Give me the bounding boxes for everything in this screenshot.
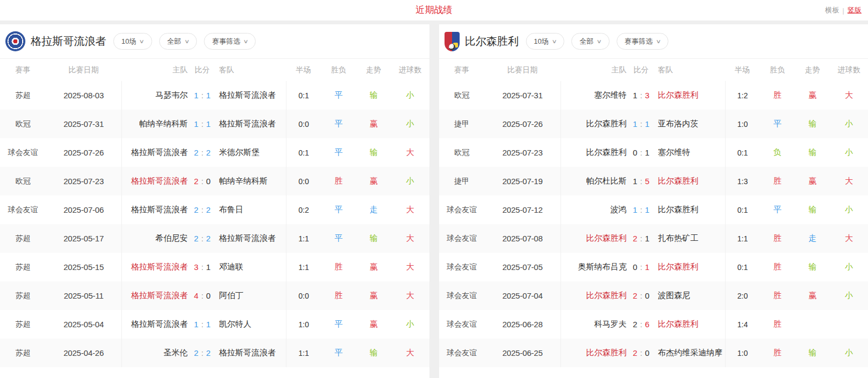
match-row[interactable]: 苏超2025-05-15格拉斯哥流浪者3:1邓迪联1:1胜赢大	[0, 253, 429, 281]
away-team-cell: 米德尔斯堡	[216, 147, 286, 158]
result-badge: 平	[334, 319, 343, 328]
col-score: 比分	[628, 59, 655, 81]
result-badge: 负	[774, 147, 782, 157]
goals-badge: 小	[845, 348, 853, 357]
match-row[interactable]: 捷甲2025-07-19帕尔杜比斯1:5比尔森胜利1:3胜赢大	[439, 167, 868, 195]
trend-badge: 赢	[370, 291, 378, 300]
home-team-name: 比尔森胜利	[586, 119, 627, 129]
home-score: 3	[194, 262, 199, 272]
competition-filter-label: 赛事筛选	[212, 37, 240, 46]
away-team-cell: 格拉斯哥流浪者	[216, 119, 286, 129]
venue-dropdown[interactable]: 全部 ∨	[159, 33, 197, 50]
away-team-cell: 阿伯丁	[216, 291, 286, 301]
date-cell: 2025-05-17	[46, 234, 121, 243]
result-badge: 胜	[334, 291, 343, 300]
away-team-cell: 波图森尼	[655, 291, 725, 301]
match-row[interactable]: 捷甲2025-07-26比尔森胜利1:1亚布洛内茨1:0平输小	[439, 110, 868, 138]
goals-cell: 大	[391, 348, 429, 358]
matches-count-label: 10场	[121, 37, 136, 46]
away-score: 2	[206, 148, 210, 157]
chevron-down-icon: ∨	[243, 38, 249, 44]
chevron-down-icon: ∨	[139, 38, 145, 44]
vertical-layout-link[interactable]: 竖版	[848, 5, 862, 15]
match-row[interactable]: 球会友谊2025-07-26格拉斯哥流浪者2:2米德尔斯堡0:1平输大	[0, 138, 429, 167]
home-team-cell: 比尔森胜利	[561, 138, 628, 167]
match-row[interactable]: 球会友谊2025-06-28科马罗夫2:6比尔森胜利1:4胜	[439, 310, 868, 339]
home-score: 2	[194, 234, 199, 243]
half-score-cell: 1:1	[725, 224, 760, 253]
home-team-name: 塞尔维特	[594, 90, 627, 100]
matches-count-dropdown[interactable]: 10场 ∨	[113, 33, 152, 50]
trend-badge: 赢	[809, 90, 817, 99]
trend-badge: 输	[809, 119, 817, 128]
result-badge: 胜	[774, 291, 782, 300]
score-colon: :	[637, 148, 645, 157]
home-team-name: 帕纳辛纳科斯	[139, 119, 188, 129]
date-cell: 2025-07-26	[46, 148, 121, 157]
match-row[interactable]: 球会友谊2025-07-04比尔森胜利2:0波图森尼2:0胜赢小	[439, 281, 868, 310]
home-team-cell: 格拉斯哥流浪者	[121, 138, 189, 167]
trend-badge: 输	[809, 205, 817, 214]
half-score-cell: 1:0	[725, 110, 760, 138]
goals-cell: 大	[391, 291, 429, 301]
away-score: 2	[206, 348, 210, 357]
match-row[interactable]: 球会友谊2025-07-12波鸿1:1比尔森胜利0:1平输小	[439, 195, 868, 224]
home-team-cell: 格拉斯哥流浪者	[121, 195, 189, 224]
date-cell: 2025-07-08	[485, 234, 561, 243]
matches-count-dropdown[interactable]: 10场 ∨	[526, 33, 565, 50]
match-row[interactable]: 球会友谊2025-07-06格拉斯哥流浪者2:2布鲁日0:2平走大	[0, 195, 429, 224]
league-cell: 球会友谊	[439, 291, 485, 301]
league-cell: 球会友谊	[439, 320, 485, 329]
match-row[interactable]: 球会友谊2025-07-05奥斯纳布吕克0:1比尔森胜利0:1胜输小	[439, 253, 868, 281]
layout-switcher: 横板 | 竖版	[825, 0, 862, 21]
away-score: 0	[645, 291, 650, 300]
col-result: 胜负	[760, 59, 795, 81]
panel-home-team: 格拉斯哥流浪者 10场 ∨ 全部 ∨ 赛事筛选 ∨ 赛事 比赛日期 主队 比分 …	[0, 24, 429, 378]
home-team-name: 希伯尼安	[155, 233, 188, 244]
score-colon: :	[199, 119, 206, 129]
trend-cell: 输	[795, 348, 830, 358]
goals-badge: 大	[406, 262, 414, 271]
match-row[interactable]: 欧冠2025-07-23比尔森胜利0:1塞尔维特0:1负输小	[439, 138, 868, 167]
match-row[interactable]: 苏超2025-08-03马瑟韦尔1:1格拉斯哥流浪者0:1平输小	[0, 81, 429, 110]
match-row[interactable]: 苏超2025-04-26圣米伦2:2格拉斯哥流浪者1:1平输大	[0, 339, 429, 367]
match-row[interactable]: 球会友谊2025-07-08比尔森胜利2:1扎布热矿工1:1胜走大	[439, 224, 868, 253]
league-cell: 苏超	[0, 234, 46, 244]
away-team-cell: 塞尔维特	[655, 147, 725, 158]
away-score: 1	[206, 262, 210, 272]
match-row[interactable]: 欧冠2025-07-31帕纳辛纳科斯1:1格拉斯哥流浪者0:0平赢小	[0, 110, 429, 138]
away-team-cell: 格拉斯哥流浪者	[216, 233, 286, 244]
result-badge: 胜	[334, 176, 343, 185]
league-cell: 球会友谊	[439, 234, 485, 244]
goals-badge: 大	[845, 176, 853, 185]
col-result: 胜负	[321, 59, 356, 81]
match-row[interactable]: 苏超2025-05-04格拉斯哥流浪者1:1凯尔特人1:0平赢小	[0, 310, 429, 339]
trend-cell: 输	[356, 147, 391, 158]
panel-away-team: 比尔森胜利 10场 ∨ 全部 ∨ 赛事筛选 ∨ 赛事 比赛日期 主队 比分 客队…	[439, 24, 868, 378]
competition-filter-dropdown[interactable]: 赛事筛选 ∨	[617, 33, 668, 50]
home-team-cell: 比尔森胜利	[561, 110, 628, 138]
col-score: 比分	[189, 59, 216, 81]
venue-dropdown[interactable]: 全部 ∨	[571, 33, 609, 50]
result-cell: 平	[321, 319, 356, 329]
date-cell: 2025-05-11	[46, 291, 121, 300]
chevron-down-icon: ∨	[552, 38, 557, 44]
goals-badge: 大	[406, 147, 414, 157]
home-team-cell: 格拉斯哥流浪者	[121, 281, 189, 310]
horizontal-layout-link[interactable]: 横板	[825, 5, 839, 15]
match-row[interactable]: 苏超2025-05-11格拉斯哥流浪者4:0阿伯丁0:0胜赢大	[0, 281, 429, 310]
result-cell: 平	[321, 119, 356, 129]
match-row[interactable]: 球会友谊2025-06-25比尔森胜利2:0布杰约维采迪纳摩1:0胜输小	[439, 339, 868, 367]
away-team-name: 凯尔特人	[219, 319, 251, 328]
col-home: 主队	[561, 59, 628, 81]
score-cell: 2:0	[628, 291, 655, 300]
trend-badge: 赢	[809, 291, 817, 300]
league-cell: 苏超	[0, 320, 46, 329]
competition-filter-dropdown[interactable]: 赛事筛选 ∨	[204, 33, 256, 50]
league-cell: 球会友谊	[0, 205, 46, 215]
match-row[interactable]: 欧冠2025-07-23格拉斯哥流浪者2:0帕纳辛纳科斯0:0胜赢小	[0, 167, 429, 195]
match-row[interactable]: 欧冠2025-07-31塞尔维特1:3比尔森胜利1:2胜赢大	[439, 81, 868, 110]
result-badge: 胜	[774, 348, 782, 357]
match-row[interactable]: 苏超2025-05-17希伯尼安2:2格拉斯哥流浪者1:1平输大	[0, 224, 429, 253]
team-name: 比尔森胜利	[465, 34, 519, 49]
